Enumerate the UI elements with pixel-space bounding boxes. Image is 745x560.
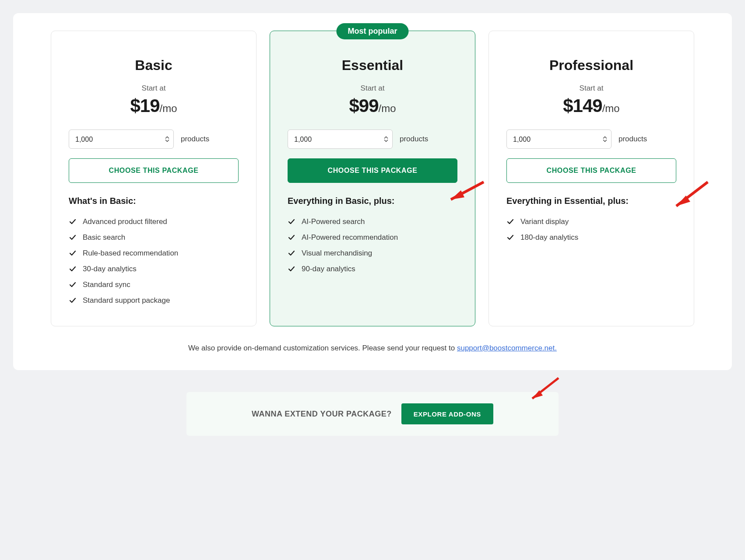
footer-note-text: We also provide on-demand customization …	[188, 344, 457, 352]
products-label: products	[400, 135, 428, 144]
feature-item: Advanced product filtered	[69, 214, 239, 230]
feature-item: Rule-based recommendation	[69, 245, 239, 261]
plan-card-professional: ProfessionalStart at$149/mo1,000products…	[488, 31, 694, 326]
check-icon	[288, 265, 295, 273]
feature-item: AI-Powered recommendation	[288, 230, 457, 245]
feature-text: Standard support package	[83, 296, 170, 305]
check-icon	[69, 249, 77, 257]
feature-item: AI-Powered search	[288, 214, 457, 230]
feature-text: 180-day analytics	[520, 233, 578, 242]
features-list: Advanced product filteredBasic searchRul…	[69, 214, 239, 308]
feature-text: Basic search	[83, 233, 125, 242]
feature-item: 90-day analytics	[288, 261, 457, 277]
product-select-wrap: 1,000	[506, 130, 611, 149]
choose-package-button[interactable]: CHOOSE THIS PACKAGE	[506, 158, 676, 183]
feature-item: 180-day analytics	[506, 230, 676, 245]
feature-item: 30-day analytics	[69, 261, 239, 277]
features-title: Everything in Essential, plus:	[506, 196, 676, 206]
start-at-label: Start at	[288, 84, 457, 93]
svg-marker-5	[532, 390, 543, 399]
plan-card-basic: BasicStart at$19/mo1,000productsCHOOSE T…	[51, 31, 257, 326]
feature-text: 90-day analytics	[302, 265, 355, 273]
plan-title: Basic	[69, 57, 239, 74]
features-list: AI-Powered searchAI-Powered recommendati…	[288, 214, 457, 277]
feature-item: Standard support package	[69, 293, 239, 308]
plans-row: BasicStart at$19/mo1,000productsCHOOSE T…	[26, 31, 719, 326]
check-icon	[69, 281, 77, 289]
product-count-select[interactable]: 1,000	[69, 130, 174, 149]
start-at-label: Start at	[506, 84, 676, 93]
product-count-select[interactable]: 1,000	[288, 130, 393, 149]
product-select-row: 1,000products	[288, 130, 457, 149]
feature-text: Visual merchandising	[302, 249, 372, 258]
feature-text: Standard sync	[83, 280, 130, 289]
plan-title: Essential	[288, 57, 457, 74]
features-title: What's in Basic:	[69, 196, 239, 206]
support-email-link[interactable]: support@boostcommerce.net.	[457, 344, 557, 352]
svg-line-4	[532, 378, 559, 399]
product-select-row: 1,000products	[506, 130, 676, 149]
check-icon	[69, 265, 77, 273]
feature-text: Advanced product filtered	[83, 217, 167, 226]
product-select-wrap: 1,000	[288, 130, 393, 149]
most-popular-badge: Most popular	[337, 23, 409, 39]
explore-addons-button[interactable]: EXPLORE ADD-ONS	[401, 403, 493, 424]
footer-note: We also provide on-demand customization …	[26, 344, 719, 353]
feature-item: Visual merchandising	[288, 245, 457, 261]
choose-package-button[interactable]: CHOOSE THIS PACKAGE	[69, 158, 239, 183]
products-label: products	[618, 135, 647, 144]
start-at-label: Start at	[69, 84, 239, 93]
check-icon	[69, 297, 77, 304]
check-icon	[506, 234, 514, 242]
product-count-select[interactable]: 1,000	[506, 130, 611, 149]
extend-bar: WANNA EXTEND YOUR PACKAGE? EXPLORE ADD-O…	[186, 392, 559, 436]
product-select-wrap: 1,000	[69, 130, 174, 149]
feature-item: Basic search	[69, 230, 239, 245]
price-row: $99/mo	[288, 95, 457, 116]
choose-package-button[interactable]: CHOOSE THIS PACKAGE	[288, 158, 457, 183]
price-per: /mo	[602, 102, 620, 114]
check-icon	[69, 218, 77, 226]
price-per: /mo	[379, 102, 396, 114]
check-icon	[288, 234, 295, 242]
plan-title: Professional	[506, 57, 676, 74]
extend-text: WANNA EXTEND YOUR PACKAGE?	[252, 410, 392, 419]
check-icon	[288, 218, 295, 226]
check-icon	[69, 234, 77, 242]
annotation-arrow-icon	[524, 374, 563, 405]
feature-text: Rule-based recommendation	[83, 249, 178, 258]
feature-text: AI-Powered search	[302, 217, 365, 226]
price-amount: $19	[130, 95, 159, 116]
price-row: $149/mo	[506, 95, 676, 116]
check-icon	[288, 249, 295, 257]
check-icon	[506, 218, 514, 226]
features-list: Variant display180-day analytics	[506, 214, 676, 245]
feature-item: Standard sync	[69, 277, 239, 293]
price-amount: $99	[349, 95, 378, 116]
svg-marker-3	[676, 196, 690, 206]
price-amount: $149	[563, 95, 602, 116]
price-per: /mo	[160, 102, 177, 114]
feature-item: Variant display	[506, 214, 676, 230]
svg-line-2	[676, 182, 708, 206]
feature-text: 30-day analytics	[83, 265, 137, 273]
features-title: Everything in Basic, plus:	[288, 196, 457, 206]
products-label: products	[181, 135, 209, 144]
plan-card-essential: Most popularEssentialStart at$99/mo1,000…	[270, 31, 475, 326]
price-row: $19/mo	[69, 95, 239, 116]
feature-text: AI-Powered recommendation	[302, 233, 398, 242]
pricing-panel: BasicStart at$19/mo1,000productsCHOOSE T…	[13, 13, 732, 370]
feature-text: Variant display	[520, 217, 569, 226]
product-select-row: 1,000products	[69, 130, 239, 149]
